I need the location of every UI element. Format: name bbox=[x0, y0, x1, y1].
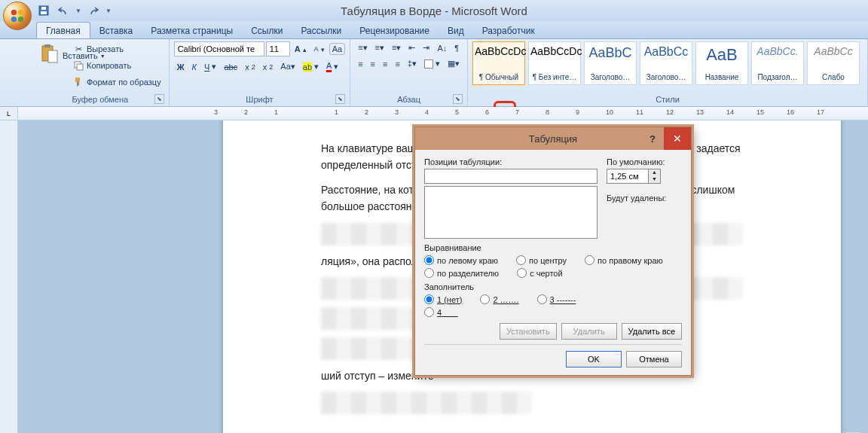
dialog-titlebar[interactable]: Табуляция ? ✕ bbox=[415, 127, 691, 150]
tab-references[interactable]: Ссылки bbox=[242, 23, 292, 38]
redo-icon[interactable] bbox=[86, 3, 101, 18]
tab-view[interactable]: Вид bbox=[439, 23, 473, 38]
set-button[interactable]: Установить bbox=[500, 323, 557, 340]
tab-selector[interactable]: L bbox=[0, 107, 18, 120]
style-weak[interactable]: AaBbCcСлабо bbox=[807, 41, 860, 85]
bold-button[interactable]: Ж bbox=[174, 61, 188, 73]
leader-underline-radio[interactable]: 4 ___ bbox=[424, 307, 458, 317]
font-launcher-icon[interactable]: ⬊ bbox=[335, 94, 345, 104]
tab-positions-label: Позиции табуляции: bbox=[424, 157, 598, 166]
align-bar-radio[interactable]: с чертой bbox=[517, 268, 562, 278]
ok-button[interactable]: OK bbox=[566, 351, 622, 367]
group-font: Calibri (Основной те 11 A▴ A▾ Aa Ж К Ч ▾… bbox=[170, 39, 351, 106]
cancel-button[interactable]: Отмена bbox=[626, 351, 682, 367]
clear-button[interactable]: Удалить bbox=[561, 323, 617, 340]
default-tab-value[interactable] bbox=[607, 169, 649, 184]
clear-format-button[interactable]: Aa bbox=[329, 43, 345, 55]
indent-dec-button[interactable]: ⇤ bbox=[405, 41, 418, 54]
subscript-button[interactable]: x2 bbox=[242, 61, 258, 73]
horizontal-ruler[interactable]: L 3 2 1 1 2 3 4 5 6 7 8 9 10 11 12 13 14… bbox=[0, 107, 868, 120]
qat-customize-icon[interactable]: ▼ bbox=[105, 8, 112, 14]
align-center-radio[interactable]: по центру bbox=[516, 255, 567, 265]
font-name-combo[interactable]: Calibri (Основной те bbox=[174, 41, 264, 56]
tab-positions-list[interactable] bbox=[424, 186, 598, 239]
ribbon-tabs: Главная Вставка Разметка страницы Ссылки… bbox=[0, 21, 868, 39]
leader-dashes-radio[interactable]: 3 ------- bbox=[537, 294, 576, 304]
show-marks-button[interactable]: ¶ bbox=[451, 42, 462, 54]
style-title[interactable]: AaBНазвание bbox=[695, 41, 748, 85]
style-heading1[interactable]: AaBbCЗаголово… bbox=[584, 41, 637, 85]
font-size-combo[interactable]: 11 bbox=[266, 41, 290, 56]
font-color-button[interactable]: A▾ bbox=[323, 59, 341, 74]
svg-rect-14 bbox=[744, 430, 749, 433]
paragraph-launcher-icon[interactable]: ⬊ bbox=[453, 94, 463, 104]
svg-rect-12 bbox=[75, 78, 80, 82]
svg-rect-11 bbox=[77, 64, 83, 70]
spin-up-icon[interactable]: ▲ bbox=[649, 169, 660, 176]
tabs-dialog: Табуляция ? ✕ Позиции табуляции: По умол… bbox=[414, 127, 692, 376]
office-button[interactable] bbox=[3, 2, 32, 30]
leader-dots-radio[interactable]: 2 ……. bbox=[480, 294, 518, 304]
default-tab-spinner[interactable]: ▲▼ bbox=[607, 169, 682, 184]
help-button[interactable]: ? bbox=[641, 127, 664, 150]
multilevel-button[interactable]: ≡▾ bbox=[389, 41, 404, 54]
grow-font-button[interactable]: A▴ bbox=[292, 43, 310, 55]
tab-position-input[interactable] bbox=[424, 169, 598, 184]
strike-button[interactable]: abc bbox=[221, 61, 240, 73]
clear-all-button[interactable]: Удалить все bbox=[622, 323, 682, 340]
borders-button[interactable]: ▦▾ bbox=[445, 57, 463, 70]
paste-icon bbox=[39, 43, 60, 67]
style-normal[interactable]: AaBbCcDc¶ Обычный bbox=[472, 41, 525, 85]
cut-button[interactable]: ✂Вырезать bbox=[69, 41, 164, 56]
line-spacing-button[interactable]: ‡▾ bbox=[405, 57, 420, 70]
change-case-button[interactable]: Aa▾ bbox=[277, 60, 298, 73]
underline-button[interactable]: Ч ▾ bbox=[201, 60, 219, 73]
align-justify-button[interactable]: ≡ bbox=[392, 58, 402, 70]
align-right-button[interactable]: ≡ bbox=[380, 58, 390, 70]
style-heading2[interactable]: AaBbCcЗаголово… bbox=[640, 41, 692, 85]
svg-rect-8 bbox=[44, 44, 50, 47]
superscript-button[interactable]: x2 bbox=[260, 61, 277, 73]
undo-dropdown-icon[interactable]: ▼ bbox=[75, 8, 81, 14]
vertical-ruler[interactable] bbox=[0, 120, 18, 433]
scissors-icon: ✂ bbox=[72, 43, 84, 55]
align-right-radio[interactable]: по правому краю bbox=[585, 255, 663, 265]
bullets-button[interactable]: ≡▾ bbox=[355, 41, 370, 54]
align-decimal-radio[interactable]: по разделителю bbox=[424, 268, 499, 278]
blurred-text bbox=[321, 392, 532, 414]
svg-point-1 bbox=[18, 10, 23, 15]
numbering-button[interactable]: ≡▾ bbox=[372, 41, 387, 54]
format-painter-button[interactable]: Формат по образцу bbox=[69, 75, 164, 90]
spin-down-icon[interactable]: ▼ bbox=[649, 176, 660, 183]
watermark: FREE-OFFICE.NET bbox=[735, 428, 860, 433]
dialog-title: Табуляция bbox=[529, 133, 577, 145]
align-left-radio[interactable]: по левому краю bbox=[424, 255, 498, 265]
style-no-spacing[interactable]: AaBbCcDc¶ Без инте… bbox=[528, 41, 581, 85]
indent-inc-button[interactable]: ⇥ bbox=[420, 41, 432, 54]
group-styles: AaBbCcDc¶ Обычный AaBbCcDc¶ Без инте… Aa… bbox=[468, 39, 868, 106]
italic-button[interactable]: К bbox=[189, 61, 200, 73]
copy-button[interactable]: Копировать bbox=[69, 58, 164, 73]
tab-layout[interactable]: Разметка страницы bbox=[142, 23, 242, 38]
align-left-button[interactable]: ≡ bbox=[355, 58, 365, 70]
svg-rect-13 bbox=[737, 430, 742, 433]
clipboard-launcher-icon[interactable]: ⬊ bbox=[154, 94, 164, 104]
shading-button[interactable]: ▾ bbox=[421, 57, 443, 70]
shrink-font-button[interactable]: A▾ bbox=[311, 44, 328, 55]
tab-developer[interactable]: Разработчик bbox=[473, 23, 544, 38]
style-subtitle[interactable]: AaBbCc.Подзагол… bbox=[751, 41, 804, 85]
align-center-button[interactable]: ≡ bbox=[368, 58, 378, 70]
tab-home[interactable]: Главная bbox=[36, 22, 90, 38]
group-label-font: Шрифт⬊ bbox=[174, 94, 346, 105]
highlight-button[interactable]: ab▾ bbox=[300, 60, 322, 73]
tab-insert[interactable]: Вставка bbox=[90, 23, 142, 38]
title-bar: ▼ ▼ Табуляция в Ворде - Microsoft Word bbox=[0, 0, 868, 21]
save-icon[interactable] bbox=[36, 3, 51, 18]
tab-review[interactable]: Рецензирование bbox=[350, 23, 439, 38]
undo-icon[interactable] bbox=[56, 3, 71, 18]
leader-none-radio[interactable]: 1 (нет) bbox=[424, 294, 462, 304]
tab-mailings[interactable]: Рассылки bbox=[292, 23, 350, 38]
paste-button[interactable]: Вставить ▼ bbox=[36, 41, 66, 70]
close-button[interactable]: ✕ bbox=[664, 127, 691, 150]
sort-button[interactable]: A↓ bbox=[434, 42, 450, 54]
